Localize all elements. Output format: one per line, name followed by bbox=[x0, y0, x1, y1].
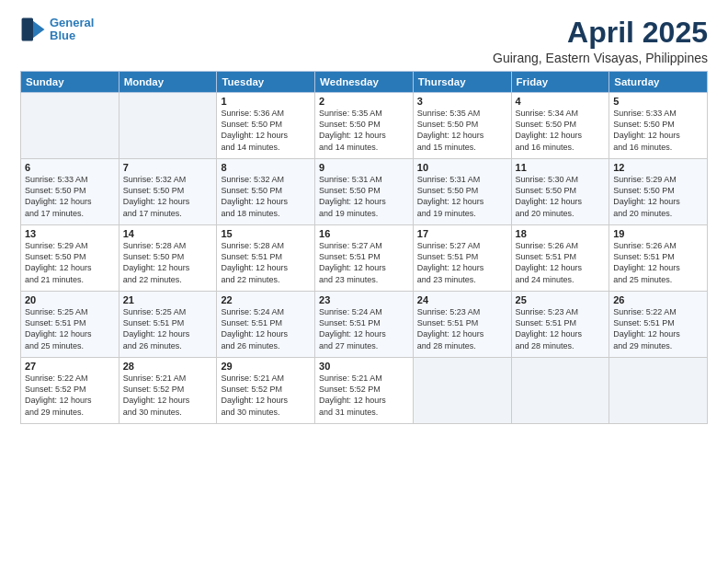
day-info: Sunrise: 5:26 AM Sunset: 5:51 PM Dayligh… bbox=[516, 240, 606, 285]
calendar-cell: 27Sunrise: 5:22 AM Sunset: 5:52 PM Dayli… bbox=[21, 358, 119, 424]
weekday-header-row: SundayMondayTuesdayWednesdayThursdayFrid… bbox=[21, 72, 708, 93]
day-number: 8 bbox=[221, 162, 311, 173]
day-info: Sunrise: 5:33 AM Sunset: 5:50 PM Dayligh… bbox=[25, 174, 115, 219]
day-number: 29 bbox=[221, 361, 311, 372]
day-number: 21 bbox=[123, 294, 213, 305]
day-number: 30 bbox=[319, 361, 409, 372]
calendar-cell bbox=[609, 358, 708, 424]
header: General Blue April 2025 Guirang, Eastern… bbox=[20, 17, 708, 65]
day-info: Sunrise: 5:32 AM Sunset: 5:50 PM Dayligh… bbox=[123, 174, 213, 219]
day-number: 16 bbox=[319, 228, 409, 239]
week-row-5: 27Sunrise: 5:22 AM Sunset: 5:52 PM Dayli… bbox=[21, 358, 708, 424]
day-number: 28 bbox=[123, 361, 213, 372]
calendar-cell bbox=[511, 358, 609, 424]
day-info: Sunrise: 5:32 AM Sunset: 5:50 PM Dayligh… bbox=[221, 174, 311, 219]
day-number: 5 bbox=[613, 96, 703, 107]
calendar-cell: 12Sunrise: 5:29 AM Sunset: 5:50 PM Dayli… bbox=[609, 159, 708, 225]
logo-text: General Blue bbox=[50, 17, 94, 43]
weekday-header-sunday: Sunday bbox=[21, 72, 119, 93]
calendar-cell: 9Sunrise: 5:31 AM Sunset: 5:50 PM Daylig… bbox=[315, 159, 414, 225]
calendar-page: General Blue April 2025 Guirang, Eastern… bbox=[0, 0, 728, 563]
day-info: Sunrise: 5:26 AM Sunset: 5:51 PM Dayligh… bbox=[613, 240, 703, 285]
calendar-cell bbox=[21, 93, 119, 159]
calendar-cell: 5Sunrise: 5:33 AM Sunset: 5:50 PM Daylig… bbox=[609, 93, 708, 159]
weekday-header-wednesday: Wednesday bbox=[315, 72, 414, 93]
calendar-cell bbox=[413, 358, 511, 424]
day-info: Sunrise: 5:28 AM Sunset: 5:50 PM Dayligh… bbox=[123, 240, 213, 285]
day-number: 25 bbox=[516, 294, 606, 305]
calendar-cell: 2Sunrise: 5:35 AM Sunset: 5:50 PM Daylig… bbox=[315, 93, 414, 159]
calendar-cell: 4Sunrise: 5:34 AM Sunset: 5:50 PM Daylig… bbox=[511, 93, 609, 159]
day-info: Sunrise: 5:30 AM Sunset: 5:50 PM Dayligh… bbox=[516, 174, 606, 219]
day-info: Sunrise: 5:29 AM Sunset: 5:50 PM Dayligh… bbox=[25, 240, 115, 285]
day-info: Sunrise: 5:21 AM Sunset: 5:52 PM Dayligh… bbox=[221, 373, 311, 418]
day-number: 2 bbox=[319, 96, 409, 107]
day-info: Sunrise: 5:36 AM Sunset: 5:50 PM Dayligh… bbox=[221, 108, 311, 153]
day-info: Sunrise: 5:31 AM Sunset: 5:50 PM Dayligh… bbox=[319, 174, 409, 219]
calendar-cell: 20Sunrise: 5:25 AM Sunset: 5:51 PM Dayli… bbox=[21, 292, 119, 358]
day-info: Sunrise: 5:31 AM Sunset: 5:50 PM Dayligh… bbox=[417, 174, 507, 219]
day-info: Sunrise: 5:24 AM Sunset: 5:51 PM Dayligh… bbox=[319, 306, 409, 351]
day-info: Sunrise: 5:34 AM Sunset: 5:50 PM Dayligh… bbox=[516, 108, 606, 153]
day-info: Sunrise: 5:35 AM Sunset: 5:50 PM Dayligh… bbox=[417, 108, 507, 153]
calendar-cell: 22Sunrise: 5:24 AM Sunset: 5:51 PM Dayli… bbox=[217, 292, 315, 358]
main-title: April 2025 bbox=[493, 17, 708, 49]
day-info: Sunrise: 5:35 AM Sunset: 5:50 PM Dayligh… bbox=[319, 108, 409, 153]
calendar-cell: 30Sunrise: 5:21 AM Sunset: 5:52 PM Dayli… bbox=[315, 358, 414, 424]
day-number: 27 bbox=[25, 361, 115, 372]
day-info: Sunrise: 5:25 AM Sunset: 5:51 PM Dayligh… bbox=[123, 306, 213, 351]
weekday-header-saturday: Saturday bbox=[609, 72, 708, 93]
calendar-cell: 29Sunrise: 5:21 AM Sunset: 5:52 PM Dayli… bbox=[217, 358, 315, 424]
day-number: 17 bbox=[417, 228, 507, 239]
calendar-cell bbox=[119, 93, 217, 159]
day-number: 20 bbox=[25, 294, 115, 305]
day-number: 1 bbox=[221, 96, 311, 107]
calendar-cell: 14Sunrise: 5:28 AM Sunset: 5:50 PM Dayli… bbox=[119, 225, 217, 292]
week-row-4: 20Sunrise: 5:25 AM Sunset: 5:51 PM Dayli… bbox=[21, 292, 708, 358]
day-number: 18 bbox=[516, 228, 606, 239]
calendar-cell: 13Sunrise: 5:29 AM Sunset: 5:50 PM Dayli… bbox=[21, 225, 119, 292]
day-info: Sunrise: 5:24 AM Sunset: 5:51 PM Dayligh… bbox=[221, 306, 311, 351]
calendar-cell: 8Sunrise: 5:32 AM Sunset: 5:50 PM Daylig… bbox=[217, 159, 315, 225]
day-number: 19 bbox=[613, 228, 703, 239]
day-info: Sunrise: 5:25 AM Sunset: 5:51 PM Dayligh… bbox=[25, 306, 115, 351]
weekday-header-friday: Friday bbox=[511, 72, 609, 93]
day-number: 3 bbox=[417, 96, 507, 107]
calendar-cell: 3Sunrise: 5:35 AM Sunset: 5:50 PM Daylig… bbox=[413, 93, 511, 159]
day-number: 7 bbox=[123, 162, 213, 173]
week-row-1: 1Sunrise: 5:36 AM Sunset: 5:50 PM Daylig… bbox=[21, 93, 708, 159]
calendar-table: SundayMondayTuesdayWednesdayThursdayFrid… bbox=[20, 71, 708, 424]
day-info: Sunrise: 5:28 AM Sunset: 5:51 PM Dayligh… bbox=[221, 240, 311, 285]
logo-line2: Blue bbox=[50, 29, 75, 42]
day-number: 22 bbox=[221, 294, 311, 305]
weekday-header-monday: Monday bbox=[119, 72, 217, 93]
logo-icon bbox=[20, 17, 46, 42]
calendar-cell: 28Sunrise: 5:21 AM Sunset: 5:52 PM Dayli… bbox=[119, 358, 217, 424]
day-number: 14 bbox=[123, 228, 213, 239]
day-number: 15 bbox=[221, 228, 311, 239]
calendar-cell: 17Sunrise: 5:27 AM Sunset: 5:51 PM Dayli… bbox=[413, 225, 511, 292]
calendar-cell: 7Sunrise: 5:32 AM Sunset: 5:50 PM Daylig… bbox=[119, 159, 217, 225]
weekday-header-thursday: Thursday bbox=[413, 72, 511, 93]
calendar-cell: 24Sunrise: 5:23 AM Sunset: 5:51 PM Dayli… bbox=[413, 292, 511, 358]
weekday-header-tuesday: Tuesday bbox=[217, 72, 315, 93]
calendar-cell: 19Sunrise: 5:26 AM Sunset: 5:51 PM Dayli… bbox=[609, 225, 708, 292]
logo: General Blue bbox=[20, 17, 94, 43]
day-info: Sunrise: 5:29 AM Sunset: 5:50 PM Dayligh… bbox=[613, 174, 703, 219]
calendar-cell: 26Sunrise: 5:22 AM Sunset: 5:51 PM Dayli… bbox=[609, 292, 708, 358]
svg-rect-0 bbox=[22, 18, 33, 41]
calendar-cell: 23Sunrise: 5:24 AM Sunset: 5:51 PM Dayli… bbox=[315, 292, 414, 358]
svg-marker-1 bbox=[33, 21, 44, 39]
day-number: 12 bbox=[613, 162, 703, 173]
day-number: 23 bbox=[319, 294, 409, 305]
day-info: Sunrise: 5:21 AM Sunset: 5:52 PM Dayligh… bbox=[123, 373, 213, 418]
day-number: 13 bbox=[25, 228, 115, 239]
day-info: Sunrise: 5:33 AM Sunset: 5:50 PM Dayligh… bbox=[613, 108, 703, 153]
day-number: 26 bbox=[613, 294, 703, 305]
day-info: Sunrise: 5:23 AM Sunset: 5:51 PM Dayligh… bbox=[516, 306, 606, 351]
day-number: 10 bbox=[417, 162, 507, 173]
day-number: 9 bbox=[319, 162, 409, 173]
day-number: 6 bbox=[25, 162, 115, 173]
day-info: Sunrise: 5:27 AM Sunset: 5:51 PM Dayligh… bbox=[319, 240, 409, 285]
calendar-cell: 6Sunrise: 5:33 AM Sunset: 5:50 PM Daylig… bbox=[21, 159, 119, 225]
